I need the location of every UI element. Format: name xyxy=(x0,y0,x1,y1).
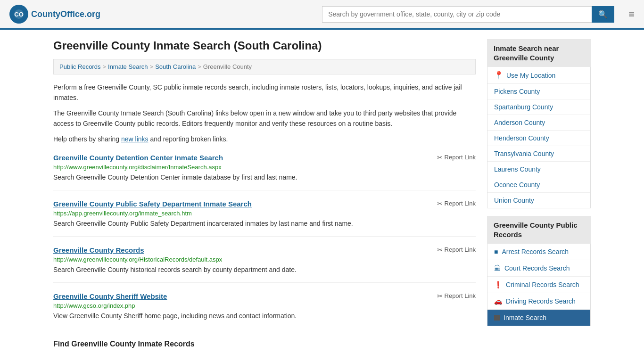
breadcrumb: Public Records > Inmate Search > South C… xyxy=(53,59,476,74)
public-record-4[interactable]: Inmate Search xyxy=(487,310,590,326)
inmate-icon-4 xyxy=(494,315,500,321)
nearby-county-link-4[interactable]: Transylvania County xyxy=(487,146,590,161)
result-desc-2: Search Greenville County historical reco… xyxy=(53,265,476,275)
search-icon: 🔍 xyxy=(598,10,608,18)
nearby-county-6[interactable]: Oconee County xyxy=(487,177,590,193)
logo-text: CountyOffice.org xyxy=(31,9,100,19)
result-item: Greenville County Detention Center Inmat… xyxy=(53,154,476,190)
public-record-link-3[interactable]: 🚗 Driving Records Search xyxy=(487,293,590,309)
page-title: Greenville County Inmate Search (South C… xyxy=(53,39,476,52)
result-item: Greenville County Records ✂ Report Link … xyxy=(53,246,476,283)
description-para2: The Greenville County Inmate Search (Sou… xyxy=(53,108,476,129)
report-icon-2: ✂ xyxy=(437,246,443,254)
inmate-search-active[interactable]: Inmate Search xyxy=(487,310,590,326)
find-heading: Find Greenville County Inmate Records xyxy=(53,340,476,348)
site-logo[interactable]: CO CountyOffice.org xyxy=(9,5,100,24)
search-bar: 🔍 xyxy=(322,6,614,23)
pr-icon-1: 🏛 xyxy=(494,264,501,272)
result-title-2[interactable]: Greenville County Records xyxy=(53,246,144,254)
breadcrumb-current: Greenville County xyxy=(203,63,252,70)
result-url-0[interactable]: http://www.greenvillecounty.org/disclaim… xyxy=(53,164,476,171)
nearby-county-link-5[interactable]: Laurens County xyxy=(487,162,590,177)
result-title-3[interactable]: Greenville County Sheriff Website xyxy=(53,292,167,300)
nearby-county-link-6[interactable]: Oconee County xyxy=(487,177,590,192)
result-item: Greenville County Sheriff Website ✂ Repo… xyxy=(53,292,476,329)
menu-button[interactable]: ≡ xyxy=(628,8,635,20)
public-records-list: ■ Arrest Records Search 🏛 Court Records … xyxy=(487,244,591,326)
result-header-2: Greenville County Records ✂ Report Link xyxy=(53,246,476,254)
nearby-list: 📍 Use My Location Pickens CountySpartanb… xyxy=(487,67,591,208)
nearby-county-link-3[interactable]: Henderson County xyxy=(487,131,590,146)
nearby-county-2[interactable]: Anderson County xyxy=(487,115,590,131)
content-area: Greenville County Inmate Search (South C… xyxy=(53,39,476,350)
nearby-county-0[interactable]: Pickens County xyxy=(487,84,590,99)
search-input[interactable] xyxy=(322,6,592,23)
breadcrumb-sep-2: > xyxy=(150,63,154,70)
report-link-2[interactable]: ✂ Report Link xyxy=(437,246,476,254)
svg-text:CO: CO xyxy=(14,11,24,18)
nearby-county-1[interactable]: Spartanburg County xyxy=(487,99,590,115)
breadcrumb-inmate-search[interactable]: Inmate Search xyxy=(108,63,148,70)
result-item: Greenville County Public Safety Departme… xyxy=(53,200,476,237)
breadcrumb-sep-3: > xyxy=(198,63,201,70)
nearby-county-link-2[interactable]: Anderson County xyxy=(487,115,590,130)
report-icon-3: ✂ xyxy=(437,292,443,300)
nearby-county-4[interactable]: Transylvania County xyxy=(487,146,590,162)
result-desc-0: Search Greenville County Detention Cente… xyxy=(53,173,476,182)
public-record-link-0[interactable]: ■ Arrest Records Search xyxy=(487,244,590,260)
use-location-item[interactable]: 📍 Use My Location xyxy=(487,67,590,84)
public-record-link-1[interactable]: 🏛 Court Records Search xyxy=(487,260,590,276)
result-desc-1: Search Greenville County Public Safety D… xyxy=(53,219,476,229)
result-header-0: Greenville County Detention Center Inmat… xyxy=(53,154,476,162)
use-location-label: Use My Location xyxy=(506,72,555,79)
public-records-section: Greenville County Public Records ■ Arres… xyxy=(487,216,591,326)
public-records-header: Greenville County Public Records xyxy=(487,216,591,244)
result-url-2[interactable]: http://www.greenvillecounty.org/Historic… xyxy=(53,256,476,263)
search-button[interactable]: 🔍 xyxy=(592,6,614,23)
report-link-0[interactable]: ✂ Report Link xyxy=(437,154,476,161)
nearby-header: Inmate Search near Greenville County xyxy=(487,39,591,67)
results-list: Greenville County Detention Center Inmat… xyxy=(53,154,476,329)
result-url-3[interactable]: http://www.gcso.org/index.php xyxy=(53,302,476,309)
sidebar: Inmate Search near Greenville County 📍 U… xyxy=(487,39,591,350)
result-header-1: Greenville County Public Safety Departme… xyxy=(53,200,476,208)
public-record-0[interactable]: ■ Arrest Records Search xyxy=(487,244,590,260)
nearby-county-link-1[interactable]: Spartanburg County xyxy=(487,99,590,115)
pr-icon-3: 🚗 xyxy=(494,297,502,305)
result-title-0[interactable]: Greenville County Detention Center Inmat… xyxy=(53,154,223,162)
nearby-county-3[interactable]: Henderson County xyxy=(487,131,590,146)
public-record-2[interactable]: ❗ Criminal Records Search xyxy=(487,277,590,293)
nearby-section: Inmate Search near Greenville County 📍 U… xyxy=(487,39,591,208)
report-icon-1: ✂ xyxy=(437,200,443,207)
breadcrumb-public-records[interactable]: Public Records xyxy=(59,63,100,70)
pr-icon-2: ❗ xyxy=(494,281,502,288)
site-header: CO CountyOffice.org 🔍 ≡ xyxy=(0,0,644,30)
report-link-3[interactable]: ✂ Report Link xyxy=(437,292,476,300)
description-para1: Perform a free Greenville County, SC pub… xyxy=(53,82,476,103)
nearby-county-7[interactable]: Union County xyxy=(487,193,590,208)
location-pin-icon: 📍 xyxy=(494,71,504,80)
hamburger-icon: ≡ xyxy=(628,8,635,20)
new-links-link[interactable]: new links xyxy=(121,135,149,143)
result-header-3: Greenville County Sheriff Website ✂ Repo… xyxy=(53,292,476,300)
breadcrumb-sep-1: > xyxy=(102,63,106,70)
public-record-link-2[interactable]: ❗ Criminal Records Search xyxy=(487,277,590,293)
nearby-county-link-0[interactable]: Pickens County xyxy=(487,84,590,99)
nearby-county-link-7[interactable]: Union County xyxy=(487,193,590,208)
breadcrumb-south-carolina[interactable]: South Carolina xyxy=(155,63,196,70)
main-container: Greenville County Inmate Search (South C… xyxy=(44,30,600,360)
public-record-1[interactable]: 🏛 Court Records Search xyxy=(487,260,590,277)
logo-icon: CO xyxy=(9,5,28,24)
result-title-1[interactable]: Greenville County Public Safety Departme… xyxy=(53,200,252,208)
result-desc-3: View Greenville County Sheriff home page… xyxy=(53,311,476,321)
report-link-1[interactable]: ✂ Report Link xyxy=(437,200,476,207)
result-url-1[interactable]: https://app.greenvillecounty.org/inmate_… xyxy=(53,210,476,217)
report-icon-0: ✂ xyxy=(437,154,443,161)
public-record-3[interactable]: 🚗 Driving Records Search xyxy=(487,293,590,310)
pr-icon-0: ■ xyxy=(494,248,498,255)
nearby-county-5[interactable]: Laurens County xyxy=(487,162,590,177)
description-para3: Help others by sharing new links and rep… xyxy=(53,134,476,144)
